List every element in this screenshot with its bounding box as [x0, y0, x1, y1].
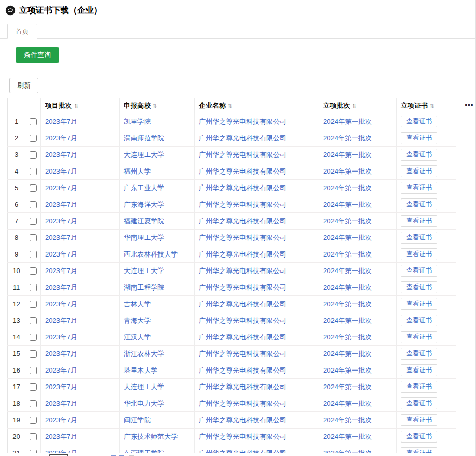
- condition-query-button[interactable]: 条件查询: [16, 47, 59, 63]
- university-link[interactable]: 华南理工大学: [124, 234, 164, 241]
- company-link[interactable]: 广州华之尊光电科技有限公司: [199, 433, 286, 440]
- company-link[interactable]: 广州华之尊光电科技有限公司: [199, 118, 286, 125]
- approval-batch-link[interactable]: 2024年第一批次: [323, 383, 372, 391]
- tab-home[interactable]: 首页: [7, 24, 37, 39]
- project-batch-link[interactable]: 2023年7月: [45, 300, 77, 308]
- view-cert-button[interactable]: 查看证书: [401, 198, 437, 210]
- sort-icon[interactable]: ⇅: [153, 103, 157, 109]
- row-checkbox[interactable]: [30, 317, 37, 324]
- view-cert-button[interactable]: 查看证书: [401, 165, 437, 177]
- sort-icon[interactable]: ⇅: [228, 103, 232, 109]
- view-cert-button[interactable]: 查看证书: [401, 348, 437, 360]
- project-batch-link[interactable]: 2023年7月: [45, 383, 77, 391]
- sort-icon[interactable]: ⇅: [74, 103, 78, 109]
- project-batch-link[interactable]: 2023年7月: [45, 400, 77, 407]
- approval-batch-link[interactable]: 2024年第一批次: [323, 217, 372, 225]
- company-link[interactable]: 广州华之尊光电科技有限公司: [199, 267, 286, 275]
- project-batch-link[interactable]: 2023年7月: [45, 134, 77, 142]
- university-link[interactable]: 西北农林科技大学: [124, 250, 178, 258]
- approval-batch-link[interactable]: 2024年第一批次: [323, 400, 372, 407]
- view-cert-button[interactable]: 查看证书: [401, 132, 437, 144]
- approval-batch-link[interactable]: 2024年第一批次: [323, 201, 372, 208]
- view-cert-button[interactable]: 查看证书: [401, 397, 437, 409]
- view-cert-button[interactable]: 查看证书: [401, 331, 437, 343]
- row-checkbox[interactable]: [30, 334, 37, 341]
- project-batch-link[interactable]: 2023年7月: [45, 118, 77, 125]
- project-batch-link[interactable]: 2023年7月: [45, 184, 77, 192]
- company-link[interactable]: 广州华之尊光电科技有限公司: [199, 283, 286, 291]
- row-checkbox[interactable]: [30, 234, 37, 241]
- view-cert-button[interactable]: 查看证书: [401, 182, 437, 194]
- project-batch-link[interactable]: 2023年7月: [45, 167, 77, 175]
- company-link[interactable]: 广州华之尊光电科技有限公司: [199, 300, 286, 308]
- university-link[interactable]: 浙江农林大学: [124, 350, 164, 358]
- view-cert-button[interactable]: 查看证书: [401, 315, 437, 326]
- project-batch-link[interactable]: 2023年7月: [45, 366, 77, 374]
- university-link[interactable]: 广东技术师范大学: [124, 433, 178, 440]
- university-link[interactable]: 福州大学: [124, 167, 151, 175]
- project-batch-link[interactable]: 2023年7月: [45, 201, 77, 208]
- project-batch-link[interactable]: 2023年7月: [45, 416, 77, 424]
- project-batch-link[interactable]: 2023年7月: [45, 250, 77, 258]
- project-batch-link[interactable]: 2023年7月: [45, 317, 77, 324]
- university-link[interactable]: 凯里学院: [124, 118, 151, 125]
- university-link[interactable]: 闽江学院: [124, 416, 151, 424]
- view-cert-button[interactable]: 查看证书: [401, 232, 437, 244]
- company-link[interactable]: 广州华之尊光电科技有限公司: [199, 217, 286, 225]
- col-company[interactable]: 企业名称⇅: [195, 98, 319, 113]
- approval-batch-link[interactable]: 2024年第一批次: [323, 151, 372, 159]
- approval-batch-link[interactable]: 2024年第一批次: [323, 184, 372, 192]
- university-link[interactable]: 大连理工大学: [124, 151, 164, 159]
- row-checkbox[interactable]: [30, 267, 37, 275]
- col-university[interactable]: 申报高校⇅: [120, 98, 195, 113]
- company-link[interactable]: 广州华之尊光电科技有限公司: [199, 234, 286, 241]
- university-link[interactable]: 福建江夏学院: [124, 217, 164, 225]
- row-checkbox[interactable]: [30, 417, 37, 424]
- row-checkbox[interactable]: [30, 400, 37, 407]
- project-batch-link[interactable]: 2023年7月: [45, 283, 77, 291]
- approval-batch-link[interactable]: 2024年第一批次: [323, 250, 372, 258]
- project-batch-link[interactable]: 2023年7月: [45, 234, 77, 241]
- approval-batch-link[interactable]: 2024年第一批次: [323, 167, 372, 175]
- row-checkbox[interactable]: [30, 168, 37, 175]
- company-link[interactable]: 广州华之尊光电科技有限公司: [199, 317, 286, 324]
- approval-batch-link[interactable]: 2024年第一批次: [323, 267, 372, 275]
- row-checkbox[interactable]: [30, 218, 37, 225]
- approval-batch-link[interactable]: 2024年第一批次: [323, 118, 372, 125]
- row-checkbox[interactable]: [30, 367, 37, 374]
- view-cert-button[interactable]: 查看证书: [401, 248, 437, 260]
- university-link[interactable]: 吉林大学: [124, 300, 151, 308]
- project-batch-link[interactable]: 2023年7月: [45, 433, 77, 440]
- sort-icon[interactable]: ⇅: [352, 103, 356, 109]
- col-certificate[interactable]: 立项证书⇅: [397, 98, 456, 113]
- university-link[interactable]: 渭南师范学院: [124, 134, 164, 142]
- company-link[interactable]: 广州华之尊光电科技有限公司: [199, 134, 286, 142]
- row-checkbox[interactable]: [30, 151, 37, 159]
- company-link[interactable]: 广州华之尊光电科技有限公司: [199, 184, 286, 192]
- row-checkbox[interactable]: [30, 118, 37, 125]
- more-columns-icon[interactable]: ⋯: [462, 99, 476, 110]
- university-link[interactable]: 大连理工大学: [124, 383, 164, 391]
- company-link[interactable]: 广州华之尊光电科技有限公司: [199, 400, 286, 407]
- approval-batch-link[interactable]: 2024年第一批次: [323, 283, 372, 291]
- project-batch-link[interactable]: 2023年7月: [45, 333, 77, 341]
- view-cert-button[interactable]: 查看证书: [401, 116, 437, 127]
- row-checkbox[interactable]: [30, 201, 37, 208]
- university-link[interactable]: 湖南工程学院: [124, 283, 164, 291]
- company-link[interactable]: 广州华之尊光电科技有限公司: [199, 383, 286, 391]
- row-checkbox[interactable]: [30, 184, 37, 192]
- row-checkbox[interactable]: [30, 251, 37, 258]
- approval-batch-link[interactable]: 2024年第一批次: [323, 350, 372, 358]
- company-link[interactable]: 广州华之尊光电科技有限公司: [199, 333, 286, 341]
- company-link[interactable]: 广州华之尊光电科技有限公司: [199, 366, 286, 374]
- project-batch-link[interactable]: 2023年7月: [45, 151, 77, 159]
- approval-batch-link[interactable]: 2024年第一批次: [323, 300, 372, 308]
- university-link[interactable]: 江汉大学: [124, 333, 151, 341]
- row-checkbox[interactable]: [30, 383, 37, 391]
- company-link[interactable]: 广州华之尊光电科技有限公司: [199, 167, 286, 175]
- view-cert-button[interactable]: 查看证书: [401, 149, 437, 161]
- row-checkbox[interactable]: [30, 284, 37, 291]
- company-link[interactable]: 广州华之尊光电科技有限公司: [199, 201, 286, 208]
- company-link[interactable]: 广州华之尊光电科技有限公司: [199, 151, 286, 159]
- col-project-batch[interactable]: 项目批次⇅: [41, 98, 120, 113]
